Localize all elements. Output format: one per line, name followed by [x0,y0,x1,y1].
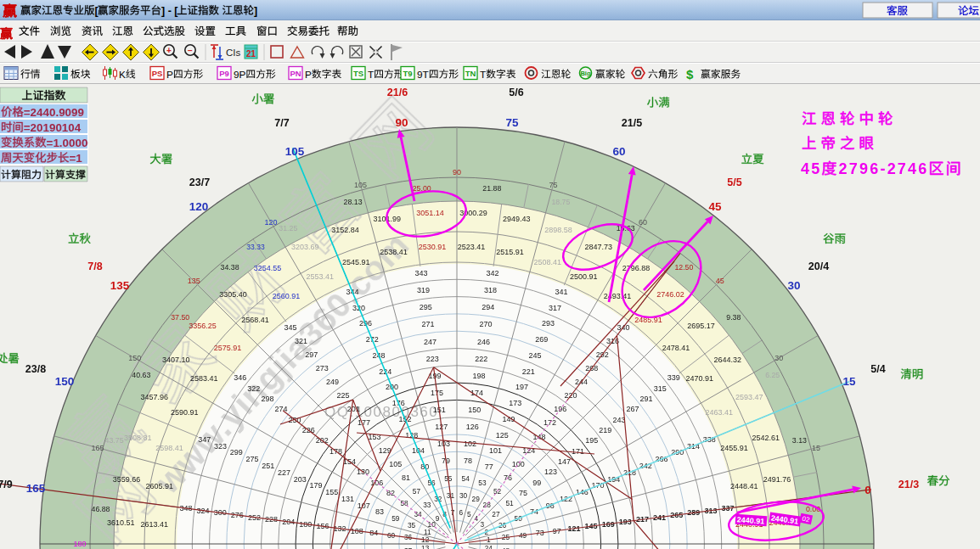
svg-text:75: 75 [505,116,519,129]
svg-text:=2440.9099: =2440.9099 [24,106,84,119]
svg-text:131: 131 [341,495,354,503]
svg-text:3: 3 [480,520,484,529]
svg-text:319: 319 [417,286,430,294]
svg-text:148: 148 [532,433,545,441]
svg-text:3407.10: 3407.10 [162,356,190,364]
svg-text:90: 90 [395,116,408,129]
svg-text:315: 315 [654,384,667,393]
svg-text:45: 45 [708,200,722,213]
svg-text:107: 107 [358,501,370,510]
svg-text:33.33: 33.33 [246,243,265,251]
svg-text:]: ] [254,5,257,17]
svg-text:30: 30 [459,491,468,500]
svg-text:341: 341 [555,288,568,296]
svg-text:2695.17: 2695.17 [687,322,715,330]
svg-text:30: 30 [774,354,783,362]
svg-text:TN: TN [465,69,476,78]
svg-text:245: 245 [529,351,542,360]
svg-text:2560.91: 2560.91 [273,292,301,300]
svg-text:K: K [119,69,126,81]
svg-text:31.25: 31.25 [279,224,297,232]
svg-text:346: 346 [234,373,246,382]
svg-text:30: 30 [787,279,800,292]
svg-text:54: 54 [462,474,470,483]
svg-text:323: 323 [214,442,227,451]
svg-text:155: 155 [325,488,338,496]
svg-text:2575.91: 2575.91 [214,344,242,352]
svg-text:5: 5 [467,510,471,518]
svg-text:120: 120 [264,218,277,227]
svg-text:2568.41: 2568.41 [241,316,269,324]
svg-text:2523.41: 2523.41 [458,243,486,251]
svg-text:2455.91: 2455.91 [720,444,748,452]
svg-text:273: 273 [316,364,329,373]
svg-text:105: 105 [285,145,305,158]
svg-text:195: 195 [585,436,598,445]
svg-text:3152.84: 3152.84 [331,226,359,234]
svg-text:102: 102 [464,440,476,448]
svg-text:203: 203 [294,475,307,484]
svg-text:9: 9 [436,514,440,523]
svg-text:2898.58: 2898.58 [544,226,572,234]
svg-text:15: 15 [842,375,856,388]
svg-text:275: 275 [245,455,258,463]
svg-text:299: 299 [230,448,243,457]
svg-text:149: 149 [502,415,515,423]
svg-text:60: 60 [612,145,625,158]
svg-text:57: 57 [413,487,421,496]
svg-text:3.13: 3.13 [792,436,807,445]
svg-text:18.75: 18.75 [551,198,570,206]
svg-text:78: 78 [464,457,472,465]
svg-text:271: 271 [421,320,434,328]
svg-text:2491.76: 2491.76 [763,475,791,484]
svg-text:CIs: CIs [226,48,241,58]
svg-text:2545.91: 2545.91 [342,258,370,266]
svg-text:29: 29 [472,495,481,503]
svg-text:106: 106 [370,479,383,487]
svg-text:37.50: 37.50 [171,313,189,322]
svg-text:125: 125 [496,431,509,440]
svg-text:33: 33 [423,501,431,509]
svg-text:150: 150 [128,354,141,362]
svg-text:9T: 9T [417,69,429,81]
svg-text:243: 243 [612,416,625,424]
svg-text:46.88: 46.88 [91,505,110,513]
svg-text:28: 28 [483,501,492,509]
svg-text:2605.91: 2605.91 [145,482,173,490]
svg-text:2593.47: 2593.47 [735,393,763,401]
svg-text:293: 293 [542,319,555,328]
svg-text:105: 105 [389,460,402,468]
svg-text:7/7: 7/7 [274,117,289,129]
svg-text:3559.66: 3559.66 [113,475,141,484]
svg-text:105: 105 [354,181,367,189]
svg-text:2508.41: 2508.41 [534,258,562,266]
svg-text:172: 172 [544,418,556,427]
svg-text:2590.91: 2590.91 [171,408,199,417]
svg-text:318: 318 [484,286,497,294]
svg-text:269: 269 [535,335,548,344]
svg-text:294: 294 [482,303,494,311]
svg-text:5/5: 5/5 [727,176,741,188]
svg-text:222: 222 [475,355,487,363]
svg-text:3051.14: 3051.14 [416,209,444,217]
svg-text:] - [: ] - [ [161,5,178,17]
svg-text:317: 317 [549,304,561,312]
svg-text:2538.41: 2538.41 [380,248,408,256]
svg-text:225: 225 [336,391,349,400]
svg-text:2949.43: 2949.43 [503,215,531,223]
svg-text:99: 99 [532,479,541,487]
svg-text:45: 45 [801,160,821,177]
svg-text:PN: PN [290,69,301,78]
svg-text:11: 11 [424,528,431,536]
svg-text:221: 221 [522,367,535,376]
svg-text:13: 13 [421,544,430,549]
svg-text:75: 75 [549,181,557,189]
svg-text:P9: P9 [219,69,229,78]
svg-text:21/5: 21/5 [622,117,642,129]
svg-text:43.75: 43.75 [105,436,124,445]
svg-text:9P: 9P [234,69,246,81]
svg-text:2553.41: 2553.41 [307,272,335,281]
svg-text:P: P [166,69,173,81]
svg-text:81: 81 [402,473,410,482]
svg-text:9.38: 9.38 [726,313,741,322]
